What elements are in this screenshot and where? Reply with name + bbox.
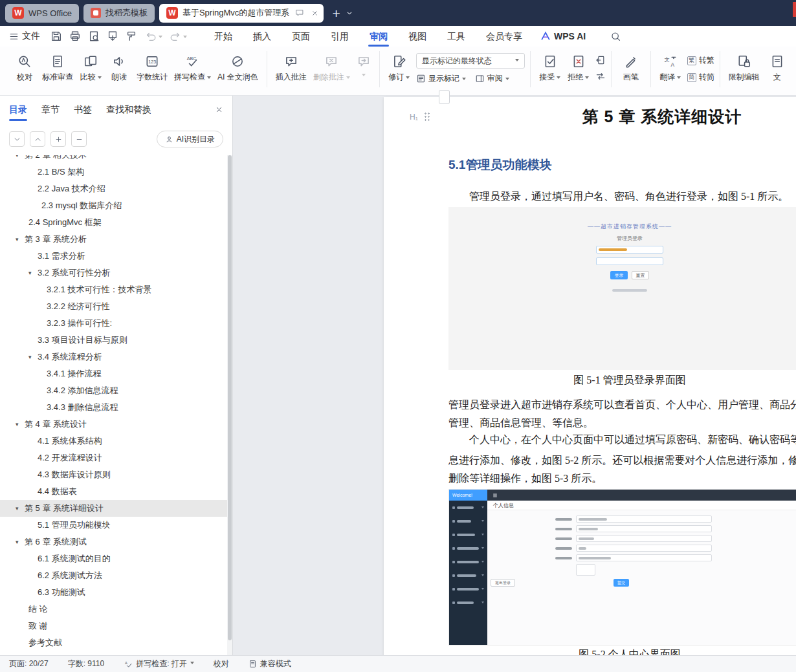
toc-expand-arrow-icon[interactable]: ▾ [16,421,25,428]
toc-item[interactable]: ▾ 4.3 数据库设计原则 [0,466,227,483]
toc-expand-arrow-icon[interactable]: ▾ [16,539,25,545]
markup-state-select[interactable]: 显示标记的最终状态 [416,53,525,69]
ai-recognize-toc-button[interactable]: AI识别目录 [157,131,223,147]
redo-button[interactable] [170,30,181,42]
read-aloud-button[interactable]: 朗读 [105,51,133,86]
insert-comment-button[interactable]: 插入批注 [272,51,310,86]
page-indicator[interactable]: 页面: 20/27 [9,658,49,669]
toc-item[interactable]: ▾ 6.2 系统测试方法 [0,567,227,584]
export-pdf-button[interactable] [107,30,118,42]
menu-tab[interactable]: 开始 [204,26,243,47]
toc-expand-arrow-icon[interactable]: ▾ [28,270,38,276]
toc-item[interactable]: ▾ 3.1 需求分析 [0,248,227,265]
toc-item[interactable]: ▾ 3.3 项目设计目标与原则 [0,332,227,349]
menu-tab[interactable]: 会员专享 [476,26,533,47]
tab-wps-office[interactable]: W WPS Office [5,4,79,23]
menu-tab[interactable]: 引用 [320,26,359,47]
document-permission-button[interactable]: 文 [763,51,791,86]
toc-item[interactable]: ▾ 第 3 章 系统分析 [0,231,227,248]
document-canvas[interactable]: H₁ 第 5 章 系统详细设计 5.1管理员功能模块 管理员登录，通过填写用户名… [233,96,796,655]
delete-comment-button[interactable]: 删除批注 [310,51,353,86]
review-pane-button[interactable]: 审阅 [475,73,509,84]
next-revision-button[interactable] [595,71,606,81]
ai-polish-button[interactable]: AI 全文润色 [214,51,261,86]
accept-change-button[interactable]: 接受 [536,51,564,86]
toc-item[interactable]: ▾ 5.1 管理员功能模块 [0,517,227,534]
format-painter-button[interactable] [126,30,137,42]
file-menu[interactable]: 文件 [0,30,48,42]
reject-change-button[interactable]: 拒绝 [564,51,593,86]
toc-item[interactable]: ▾ 第 4 章 系统设计 [0,416,227,433]
show-markup-button[interactable]: 显示标记 [416,73,466,84]
toc-item[interactable]: ▾ 2.4 SpringMvc 框架 [0,214,227,231]
tab-docer-templates[interactable]: 找稻壳模板 [83,4,155,23]
menu-tab[interactable]: 工具 [437,26,476,47]
toc-item[interactable]: ▾ 第 5 章 系统详细设计 [0,500,227,517]
print-button[interactable] [69,30,81,42]
previous-revision-button[interactable] [595,55,606,65]
page-edge-widget[interactable] [439,90,450,104]
zoom-in-outline-button[interactable] [50,131,66,147]
compare-button[interactable]: 比较 [76,51,105,86]
toc-item[interactable]: ▾ 第 2 章 相关技术 [0,155,227,164]
proofread-indicator[interactable]: 校对 [214,658,229,669]
toc-item[interactable]: ▾ 2.1 B/S 架构 [0,164,227,180]
compatibility-mode-indicator[interactable]: 兼容模式 [249,658,291,669]
menu-tab[interactable]: 插入 [243,26,282,47]
toc-item[interactable]: ▾ 3.4.3 删除信息流程 [0,399,227,416]
new-tab-button[interactable]: + [332,6,340,20]
toc-item[interactable]: ▾ 3.4.2 添加信息流程 [0,382,227,399]
toc-item[interactable]: ▾ 3.2.3 操作可行性: [0,315,227,332]
standard-review-button[interactable]: 标准审查 [39,51,76,86]
zoom-out-outline-button[interactable] [71,131,87,147]
close-tab-icon[interactable] [311,10,318,17]
toc-item[interactable]: ▾ 2.3 mysql 数据库介绍 [0,197,227,214]
spell-check-indicator[interactable]: A 拼写检查: 打开 [124,658,194,669]
tab-current-document[interactable]: W 基于SpringMvc的超市管理系 [159,4,324,23]
spell-check-button[interactable]: ABC 拼写检查 [171,51,214,86]
ink-pen-button[interactable]: 画笔 [617,51,645,86]
toc-item[interactable]: ▾ 3.4 系统流程分析 [0,349,227,365]
toc-expand-arrow-icon[interactable]: ▾ [16,155,25,158]
sidebar-tab[interactable]: 章节 [41,96,60,123]
to-simplified-button[interactable]: 简 转简 [687,72,714,83]
sidebar-tab[interactable]: 目录 [9,96,27,123]
scrollbar-thumb[interactable] [228,155,232,640]
search-icon[interactable] [610,31,621,42]
toc-item[interactable]: ▾ 参考文献 [0,634,227,651]
sidebar-tab[interactable]: 查找和替换 [106,96,151,123]
toc-item[interactable]: ▾ 3.2 系统可行性分析 [0,265,227,281]
menu-tab[interactable]: 审阅 [359,26,398,47]
proofread-button[interactable]: 校对 [10,51,39,86]
translate-button[interactable]: 文A 翻译 [656,51,685,86]
word-count-button[interactable]: 123 字数统计 [133,51,171,86]
print-preview-button[interactable] [88,30,100,42]
track-changes-button[interactable]: 修订 [385,51,414,86]
toc-item[interactable]: ▾ 致 谢 [0,618,227,634]
toc-item[interactable]: ▾ 3.2.2 经济可行性 [0,298,227,315]
undo-dropdown-icon[interactable] [159,36,162,40]
sidebar-close-icon[interactable] [215,105,223,114]
restrict-editing-button[interactable]: 限制编辑 [725,51,763,86]
sidebar-scrollbar[interactable] [227,155,232,655]
toc-item[interactable]: ▾ 4.2 开发流程设计 [0,450,227,466]
toc-item[interactable]: ▾ 6.3 功能测试 [0,584,227,601]
toc-item[interactable]: ▾ 6.1 系统测试的目的 [0,550,227,567]
wps-ai-button[interactable]: WPS AI [540,31,586,41]
toc-item[interactable]: ▾ 结 论 [0,601,227,618]
menu-tab[interactable]: 页面 [282,26,320,47]
tab-list-dropdown-icon[interactable] [346,9,353,17]
toc-expand-arrow-icon[interactable]: ▾ [28,354,38,360]
word-count-indicator[interactable]: 字数: 9110 [68,658,104,669]
to-traditional-button[interactable]: 繁 转繁 [687,55,714,66]
menu-tab[interactable]: 视图 [398,26,437,47]
toc-item[interactable]: ▾ 4.4 数据表 [0,483,227,500]
expand-all-button[interactable] [9,131,25,147]
save-button[interactable] [50,30,62,42]
toc-expand-arrow-icon[interactable]: ▾ [16,236,25,243]
toc-expand-arrow-icon[interactable]: ▾ [16,505,25,512]
sidebar-tab[interactable]: 书签 [74,96,92,123]
collapse-all-button[interactable] [30,131,45,147]
document-page[interactable]: H₁ 第 5 章 系统详细设计 5.1管理员功能模块 管理员登录，通过填写用户名… [384,97,796,655]
toc-item[interactable]: ▾ 第 6 章 系统测试 [0,534,227,550]
